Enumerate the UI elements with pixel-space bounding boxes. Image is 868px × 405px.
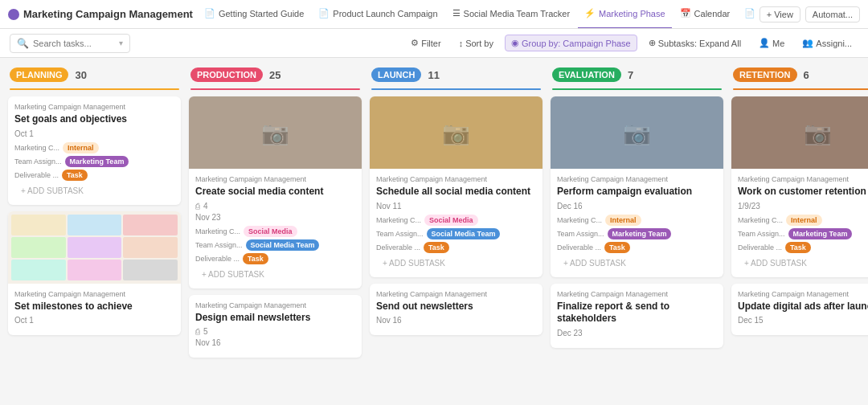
col-header-launch: LAUNCH 11	[370, 68, 542, 96]
doc-icon: 📄	[744, 8, 754, 18]
card-planning-1[interactable]: Marketing Campaign Management Set milest…	[8, 211, 181, 336]
card-tags-team: Team Assign... Marketing Team	[557, 228, 717, 239]
tag-team: Marketing Team	[788, 228, 853, 239]
tab-label: Getting Started Guide	[219, 9, 304, 18]
filter-label: Filter	[421, 39, 440, 48]
subtask-count: 4	[203, 202, 208, 211]
add-subtask-btn[interactable]: + ADD SUBTASK	[738, 256, 868, 271]
assignee-label: Assigni...	[816, 39, 852, 48]
tab-ref[interactable]: 📄 Ref.	[738, 0, 754, 29]
col-header-planning: PLANNING 30	[8, 68, 181, 96]
assignee-button[interactable]: 👥 Assigni...	[796, 35, 858, 51]
add-view-button[interactable]: + View	[760, 6, 800, 22]
marketing-label: Marketing C...	[738, 216, 783, 224]
card-body: Marketing Campaign Management Design ema…	[189, 295, 362, 358]
subtasks-button[interactable]: ⊕ Subtasks: Expand All	[642, 35, 747, 51]
card-evaluation-1[interactable]: Marketing Campaign Management Finalize r…	[551, 284, 723, 348]
subtasks-icon: ⊕	[649, 38, 656, 48]
marketing-label: Marketing C...	[14, 144, 59, 152]
col-badge-production: PRODUCTION	[190, 68, 263, 82]
col-badge-evaluation: EVALUATION	[552, 68, 621, 82]
search-input[interactable]	[33, 39, 115, 48]
col-count-planning: 30	[75, 69, 86, 81]
app-title: Marketing Campaign Management	[23, 8, 193, 20]
tab-label: Calendar	[694, 9, 731, 18]
tab-product-launch[interactable]: 📄 Product Launch Campaign	[312, 0, 444, 29]
col-line-production	[190, 88, 360, 90]
add-subtask-btn[interactable]: + ADD SUBTASK	[14, 183, 174, 198]
subtask-info: ⎙ 5	[195, 327, 355, 336]
search-box[interactable]: 🔍 ▾	[10, 34, 130, 53]
tag-team: Marketing Team	[608, 228, 672, 239]
card-date: Nov 16	[195, 338, 355, 347]
team-label: Team Assign...	[195, 241, 243, 249]
filter-button[interactable]: ⚙ Filter	[404, 35, 447, 51]
card-tags-deliverable: Deliverable ... Task	[195, 253, 355, 264]
card-date: Oct 1	[14, 129, 174, 138]
tab-calendar[interactable]: 📅 Calendar	[674, 0, 737, 29]
col-line-retention	[733, 88, 868, 90]
col-line-launch	[371, 88, 541, 90]
card-retention-0[interactable]: 📷 Marketing Campaign Management Work on …	[731, 96, 868, 277]
col-header-retention: RETENTION 6	[731, 68, 868, 96]
card-project: Marketing Campaign Management	[195, 175, 355, 183]
card-tags-team: Team Assign... Social Media Team	[195, 239, 355, 251]
tab-social-media-tracker[interactable]: ☰ Social Media Team Tracker	[446, 0, 576, 29]
col-line-evaluation	[552, 88, 722, 90]
tag-team: Social Media Team	[246, 239, 320, 251]
card-title: Send out newsletters	[376, 301, 536, 313]
automate-button[interactable]: Automat...	[805, 6, 860, 22]
card-title: Set goals and objectives	[14, 113, 174, 126]
me-button[interactable]: 👤 Me	[752, 35, 791, 51]
card-evaluation-0[interactable]: 📷 Marketing Campaign Management Perform …	[551, 96, 723, 277]
card-image: 📷	[189, 96, 362, 169]
sort-button[interactable]: ↕ Sort by	[452, 35, 500, 51]
card-launch-0[interactable]: 📷 Marketing Campaign Management Schedule…	[370, 96, 542, 277]
logo-icon	[8, 9, 19, 20]
card-body: Marketing Campaign Management Send out n…	[370, 284, 542, 336]
column-retention: RETENTION 6 📷 Marketing Campaign Managem…	[731, 68, 868, 395]
col-badge-retention: RETENTION	[733, 68, 797, 82]
card-body: Marketing Campaign Management Update dig…	[731, 284, 868, 336]
topbar-actions: + View Automat...	[760, 6, 860, 22]
card-tags-team: Team Assign... Social Media Team	[376, 228, 536, 239]
card-project: Marketing Campaign Management	[14, 290, 174, 298]
subtask-icon: ⎙	[195, 202, 200, 211]
search-icon: 🔍	[17, 38, 29, 49]
sort-label: Sort by	[465, 39, 493, 48]
card-date: Dec 15	[738, 316, 868, 325]
tag-team: Marketing Team	[65, 156, 129, 167]
group-by-button[interactable]: ◉ Group by: Campaign Phase	[505, 35, 637, 51]
card-project: Marketing Campaign Management	[376, 175, 536, 183]
tab-getting-started[interactable]: 📄 Getting Started Guide	[198, 0, 310, 29]
col-badge-launch: LAUNCH	[371, 68, 421, 82]
card-project: Marketing Campaign Management	[557, 175, 717, 183]
card-tags-marketing: Marketing C... Internal	[738, 215, 868, 226]
doc-icon: 📄	[318, 8, 330, 18]
card-body: Marketing Campaign Management Set goals …	[8, 96, 181, 205]
group-label: Group by: Campaign Phase	[522, 39, 631, 48]
subtask-count: 5	[203, 327, 208, 336]
card-production-0[interactable]: 📷 Marketing Campaign Management Create s…	[189, 96, 362, 288]
tab-marketing-phase[interactable]: ⚡ Marketing Phase	[578, 0, 672, 29]
card-production-1[interactable]: Marketing Campaign Management Design ema…	[189, 295, 362, 358]
tag-team: Social Media Team	[427, 228, 501, 239]
card-planning-0[interactable]: Marketing Campaign Management Set goals …	[8, 96, 181, 205]
marketing-label: Marketing C...	[557, 216, 602, 224]
card-launch-1[interactable]: Marketing Campaign Management Send out n…	[370, 284, 542, 336]
column-planning: PLANNING 30 Marketing Campaign Managemen…	[8, 68, 181, 395]
group-icon: ◉	[511, 38, 519, 48]
add-subtask-btn[interactable]: + ADD SUBTASK	[557, 256, 717, 271]
card-tags-deliverable: Deliverable ... Task	[738, 242, 868, 253]
tab-label: Product Launch Campaign	[333, 9, 437, 18]
kanban-board: PLANNING 30 Marketing Campaign Managemen…	[0, 58, 868, 405]
card-project: Marketing Campaign Management	[376, 290, 536, 298]
add-subtask-btn[interactable]: + ADD SUBTASK	[195, 267, 355, 282]
marketing-label: Marketing C...	[376, 216, 421, 224]
marketing-label: Marketing C...	[195, 227, 240, 235]
card-retention-1[interactable]: Marketing Campaign Management Update dig…	[731, 284, 868, 336]
add-subtask-btn[interactable]: + ADD SUBTASK	[376, 256, 536, 271]
col-count-launch: 11	[428, 69, 439, 81]
card-project: Marketing Campaign Management	[195, 301, 355, 309]
subtask-info: ⎙ 4	[195, 202, 355, 211]
